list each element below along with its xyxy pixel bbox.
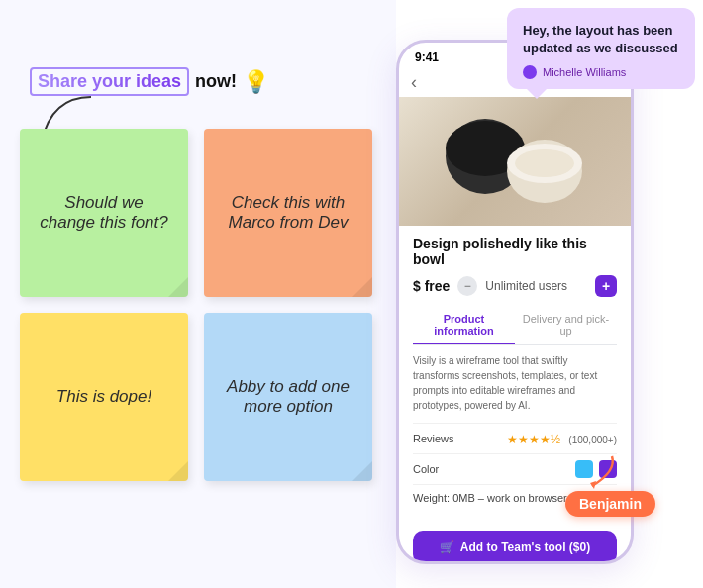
bowl-illustration: [426, 107, 604, 216]
bubble-text: Hey, the layout has been updated as we d…: [523, 22, 679, 57]
sticky-notes-area: Share your ideas now! 💡 Should we change…: [0, 0, 396, 588]
bulb-icon: 💡: [243, 69, 269, 95]
cart-icon: 🛒: [440, 540, 454, 554]
color-label: Color: [413, 463, 439, 475]
tab-product-information[interactable]: Product information: [413, 307, 515, 344]
status-time: 9:41: [415, 50, 439, 64]
notes-grid: Should we change this font? Check this w…: [20, 129, 372, 481]
speech-bubble: Hey, the layout has been updated as we d…: [507, 8, 695, 89]
reviews-row: Reviews ★★★★½ (100,000+): [413, 423, 617, 453]
review-count: (100,000+): [568, 435, 617, 445]
product-price: $ free: [413, 278, 450, 294]
product-tabs: Product information Delivery and pick-up: [413, 307, 617, 345]
reviews-label: Reviews: [413, 433, 454, 444]
sticky-note-green[interactable]: Should we change this font?: [20, 129, 188, 297]
arrow-to-phone-icon: [582, 451, 622, 491]
plus-button[interactable]: +: [595, 275, 617, 297]
right-area: Hey, the layout has been updated as we d…: [386, 0, 703, 588]
users-label: Unlimited users: [485, 279, 587, 293]
price-row: $ free − Unlimited users +: [413, 275, 617, 297]
svg-point-5: [515, 149, 574, 177]
share-now: now!: [195, 71, 237, 92]
product-description: Visily is a wireframe tool that swiftly …: [413, 353, 617, 413]
stars-icon: ★★★★½: [507, 433, 560, 446]
weight-label: Weight: 0MB – work on browser: [413, 492, 567, 504]
benjamin-badge: Benjamin: [565, 491, 655, 517]
bubble-author: Michelle Williams: [523, 65, 679, 79]
product-title: Design polishedly like this bowl: [413, 236, 617, 267]
reviews-stars-area: ★★★★½ (100,000+): [507, 430, 617, 447]
add-to-cart-button[interactable]: 🛒 Add to Team's tool ($0): [413, 531, 617, 561]
author-avatar-icon: [523, 65, 537, 79]
sticky-note-blue[interactable]: Abby to add one more option: [204, 313, 372, 481]
add-btn-label: Add to Team's tool ($0): [460, 540, 590, 554]
sticky-note-yellow[interactable]: This is dope!: [20, 313, 188, 481]
tab-delivery[interactable]: Delivery and pick-up: [515, 307, 617, 344]
sticky-note-orange[interactable]: Check this with Marco from Dev: [204, 129, 372, 297]
minus-button[interactable]: −: [457, 276, 477, 296]
product-image: [399, 97, 631, 226]
